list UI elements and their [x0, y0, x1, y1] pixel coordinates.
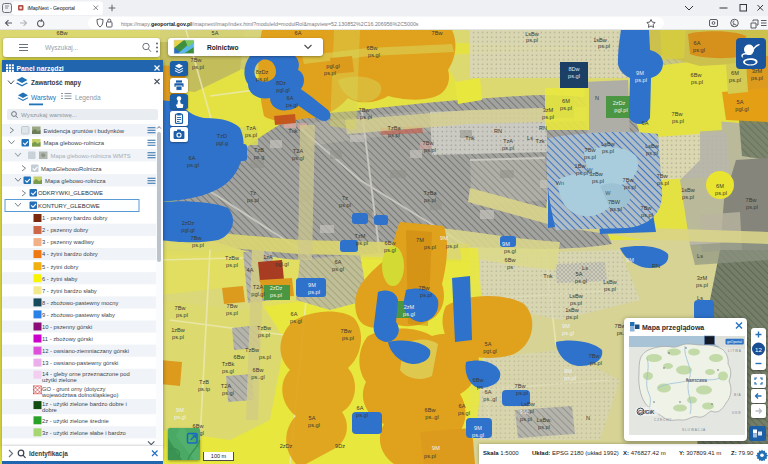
svg-text:dobre: dobre — [42, 407, 57, 413]
svg-text:9M: 9M — [626, 257, 634, 263]
svg-text:ps.gl: ps.gl — [174, 414, 186, 420]
svg-text:9M: 9M — [308, 282, 316, 288]
svg-text:N: N — [595, 95, 599, 101]
svg-text:ps.pl: ps.pl — [657, 180, 669, 186]
svg-text:5A: 5A — [212, 30, 219, 36]
svg-text:W: W — [605, 190, 611, 196]
svg-text:9M: 9M — [564, 368, 572, 374]
svg-text:geOportal: geOportal — [727, 340, 742, 344]
svg-text:1z - użytki zielone bardzo dob: 1z - użytki zielone bardzo dobre i — [42, 401, 127, 407]
svg-text:TzA: TzA — [246, 125, 256, 131]
svg-text:ps.pl: ps.pl — [424, 197, 436, 203]
svg-text:9M: 9M — [176, 407, 184, 413]
svg-text:ps.pl: ps.pl — [516, 390, 528, 396]
svg-text:5A: 5A — [737, 99, 744, 105]
svg-text:ps.pl: ps.pl — [245, 132, 257, 138]
svg-text:7Bw: 7Bw — [585, 147, 597, 153]
svg-text:TzBw: TzBw — [225, 255, 240, 261]
svg-text:ps.pl: ps.pl — [746, 204, 758, 210]
svg-text:7Bw: 7Bw — [419, 285, 431, 291]
svg-text:6A: 6A — [357, 405, 364, 411]
svg-text:9M: 9M — [474, 425, 482, 431]
svg-text:ps..gl: ps..gl — [425, 414, 438, 420]
svg-text:3zBw: 3zBw — [589, 171, 604, 177]
svg-text:ps.pl: ps.pl — [192, 64, 204, 70]
svg-text:14 - gleby orne przeznaczone p: 14 - gleby orne przeznaczone pod — [42, 371, 130, 377]
svg-text:ps.pl: ps.pl — [259, 354, 271, 360]
svg-text:6M: 6M — [562, 98, 570, 104]
svg-text:7Bw: 7Bw — [191, 57, 203, 63]
svg-text:2zM: 2zM — [404, 304, 415, 310]
svg-text:1zA: 1zA — [263, 254, 273, 260]
svg-text:ps.pl: ps.pl — [641, 212, 653, 218]
svg-text:7M: 7M — [416, 237, 424, 243]
svg-text:ps.pl: ps.pl — [602, 148, 614, 154]
svg-text:ps.pl: ps.pl — [592, 178, 604, 184]
svg-text:ps.pl: ps.pl — [590, 360, 602, 366]
svg-text:Tzk: Tzk — [535, 138, 544, 144]
svg-text:KONTURY_GLEBOWE: KONTURY_GLEBOWE — [38, 203, 100, 209]
svg-text:LsBw: LsBw — [601, 141, 616, 147]
svg-text:Ls: Ls — [527, 135, 533, 141]
svg-text:TzA: TzA — [503, 138, 513, 144]
svg-text:7Bw: 7Bw — [175, 305, 187, 311]
svg-text:ps.pl: ps.pl — [538, 424, 550, 430]
svg-text:ps.pl: ps.pl — [226, 310, 238, 316]
svg-text:2zDz: 2zDz — [613, 100, 626, 106]
svg-text:7Bw: 7Bw — [623, 177, 635, 183]
svg-text:7Bw: 7Bw — [672, 111, 684, 117]
svg-text:7Bw: 7Bw — [423, 140, 435, 146]
svg-text:Zawartość mapy: Zawartość mapy — [31, 79, 82, 87]
svg-text:RN: RN — [652, 263, 660, 269]
svg-text:2 - pszenny dobry: 2 - pszenny dobry — [42, 227, 88, 233]
svg-text:6Bw: 6Bw — [425, 407, 437, 413]
svg-text:Tnk: Tnk — [288, 128, 298, 134]
svg-text:ps: ps — [477, 384, 483, 390]
svg-text:Mapa glebowo-rolnicza: Mapa glebowo-rolnicza — [44, 140, 105, 146]
svg-text:ps.pl: ps.pl — [564, 375, 576, 381]
svg-text:6A: 6A — [485, 389, 492, 395]
svg-text:6Bw: 6Bw — [367, 45, 379, 51]
svg-text:ps.gl: ps.gl — [222, 368, 234, 374]
svg-text:6Bw: 6Bw — [385, 240, 397, 246]
svg-text:LsBw: LsBw — [645, 143, 660, 149]
svg-text:ps.pl: ps.pl — [424, 244, 436, 250]
svg-text:użytki zielone: użytki zielone — [42, 377, 77, 383]
svg-text:ps.pl: ps.pl — [388, 132, 400, 138]
svg-text:6Bw: 6Bw — [505, 257, 517, 263]
svg-text:Tz: Tz — [342, 195, 348, 201]
svg-text:ps.pl: ps.pl — [672, 118, 684, 124]
svg-text:ps.pl: ps.pl — [270, 292, 282, 298]
svg-text:ps.pl: ps.pl — [226, 262, 238, 268]
svg-text:7Bw: 7Bw — [432, 30, 444, 36]
svg-text:7Bw: 7Bw — [657, 173, 669, 179]
svg-text:ps.gl: ps.gl — [368, 52, 380, 58]
svg-text:TzBw: TzBw — [257, 325, 272, 331]
svg-text:ps.pl: ps.pl — [446, 243, 458, 249]
svg-text:Rolnictwo: Rolnictwo — [207, 44, 239, 51]
svg-text:ps.gl: ps.gl — [384, 247, 396, 253]
svg-text:8Dw: 8Dw — [568, 66, 580, 72]
svg-text:pgt.gl: pgt.gl — [483, 348, 497, 354]
svg-text:6A: 6A — [694, 40, 701, 46]
svg-text:ps.pl: ps.pl — [258, 332, 270, 338]
svg-text:ps.pl: ps.pl — [172, 334, 184, 340]
svg-text:5A: 5A — [309, 415, 316, 421]
svg-text:11 - zbożowy górski: 11 - zbożowy górski — [42, 336, 93, 342]
svg-text:ps.gl: ps.gl — [575, 278, 587, 284]
svg-text:TzB: TzB — [254, 147, 264, 153]
svg-text:TzBw: TzBw — [245, 347, 260, 353]
svg-text:WARSZAWA: WARSZAWA — [686, 379, 708, 383]
svg-text:6Bw: 6Bw — [253, 367, 265, 373]
svg-text:9M: 9M — [636, 70, 644, 76]
svg-text:ps.gl: ps.gl — [403, 311, 415, 317]
svg-text:1sBw: 1sBw — [565, 307, 580, 313]
svg-text:9Dz: 9Dz — [335, 443, 345, 449]
svg-text:1sBw: 1sBw — [681, 187, 696, 193]
svg-text:pgl.g: pgl.g — [216, 140, 228, 146]
svg-text:Wyszukaj...: Wyszukaj... — [45, 44, 78, 52]
svg-text:ODKRYWKI_GLEBOWE: ODKRYWKI_GLEBOWE — [38, 190, 103, 196]
svg-text:ps.tp: ps.tp — [198, 386, 210, 392]
svg-text:Wn: Wn — [556, 180, 564, 186]
svg-text:7Bw: 7Bw — [746, 197, 758, 203]
